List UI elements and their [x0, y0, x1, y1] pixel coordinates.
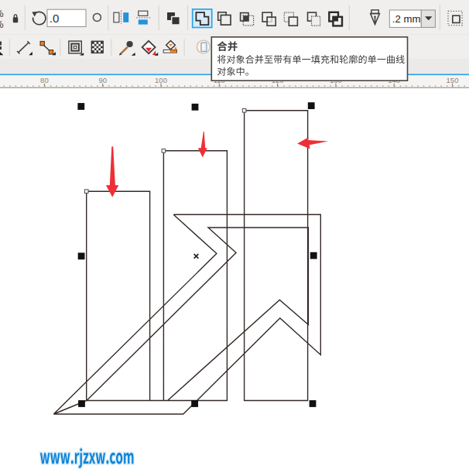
svg-text:90: 90: [98, 76, 107, 84]
svg-text:%: %: [0, 8, 4, 19]
svg-text:%: %: [0, 19, 4, 30]
svg-text:150: 150: [447, 76, 459, 84]
svg-text:100: 100: [155, 76, 167, 84]
svg-text:.0: .0: [50, 12, 60, 25]
svg-text:.2 mm: .2 mm: [392, 13, 421, 25]
svg-text:80: 80: [40, 76, 49, 84]
